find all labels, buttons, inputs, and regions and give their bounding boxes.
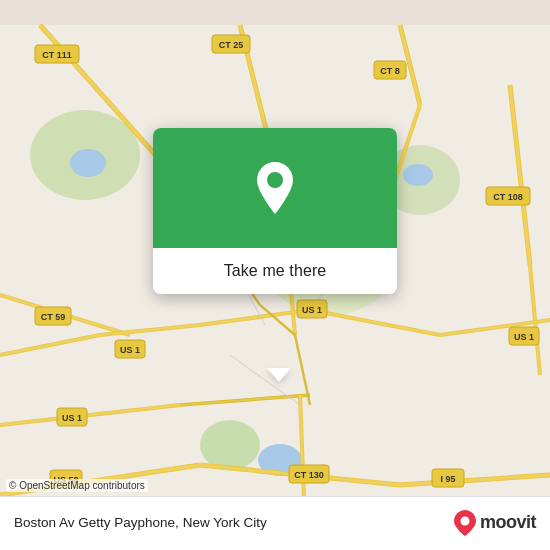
- svg-text:CT 108: CT 108: [493, 192, 523, 202]
- popup-card: Take me there: [153, 128, 397, 294]
- popup-arrow: [267, 368, 291, 382]
- svg-text:CT 59: CT 59: [41, 312, 66, 322]
- moovit-pin-icon: [454, 510, 476, 536]
- svg-point-6: [403, 164, 433, 186]
- svg-text:US 1: US 1: [514, 332, 534, 342]
- moovit-text: moovit: [480, 512, 536, 533]
- moovit-logo: moovit: [454, 510, 536, 536]
- svg-point-5: [70, 149, 106, 177]
- svg-text:CT 8: CT 8: [380, 66, 400, 76]
- svg-text:CT 130: CT 130: [294, 470, 324, 480]
- svg-text:CT 111: CT 111: [42, 50, 72, 60]
- svg-point-79: [460, 516, 469, 525]
- svg-text:US 1: US 1: [120, 345, 140, 355]
- location-name: Boston Av Getty Payphone, New York City: [14, 515, 267, 530]
- take-me-there-button[interactable]: Take me there: [153, 248, 397, 294]
- location-pin-icon: [253, 162, 297, 214]
- svg-point-78: [267, 172, 283, 188]
- svg-point-4: [200, 420, 260, 470]
- bottom-bar: Boston Av Getty Payphone, New York City …: [0, 496, 550, 550]
- svg-text:CT 25: CT 25: [219, 40, 244, 50]
- svg-text:US 1: US 1: [62, 413, 82, 423]
- popup-header: [153, 128, 397, 248]
- osm-attribution: © OpenStreetMap contributors: [6, 479, 148, 492]
- svg-text:US 1: US 1: [302, 305, 322, 315]
- svg-text:I 95: I 95: [440, 474, 455, 484]
- map-container: CT 111 CT 25 CT 8 CT 108 US 1 US 1 US 1 …: [0, 0, 550, 550]
